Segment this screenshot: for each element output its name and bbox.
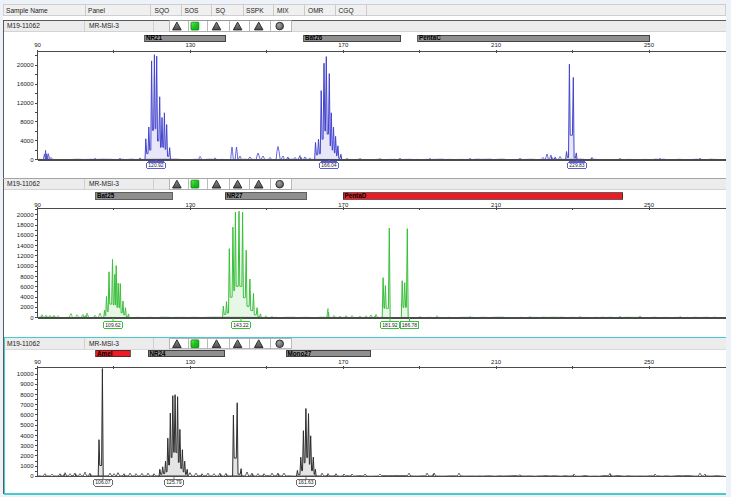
svg-text:M19-11062: M19-11062: [7, 22, 40, 29]
svg-text:Mono27: Mono27: [288, 350, 312, 357]
svg-text:Bat26: Bat26: [305, 34, 323, 41]
svg-text:181.92: 181.92: [382, 322, 398, 328]
svg-text:NR21: NR21: [146, 34, 163, 41]
svg-text:7000: 7000: [20, 402, 34, 408]
svg-text:2000: 2000: [20, 453, 34, 459]
svg-text:20000: 20000: [17, 62, 34, 68]
svg-text:250: 250: [644, 359, 655, 365]
svg-text:90: 90: [34, 42, 41, 48]
svg-text:8000: 8000: [20, 274, 34, 280]
svg-text:Amel: Amel: [97, 350, 113, 357]
svg-text:18000: 18000: [17, 222, 34, 228]
svg-text:MIX: MIX: [277, 7, 289, 14]
svg-text:NR27: NR27: [227, 192, 244, 199]
svg-text:109.62: 109.62: [105, 322, 121, 328]
svg-text:Sample Name: Sample Name: [6, 7, 48, 15]
svg-text:SQ: SQ: [216, 7, 226, 15]
svg-text:M19-11062: M19-11062: [7, 180, 40, 187]
svg-text:120.92: 120.92: [148, 162, 164, 168]
svg-text:6000: 6000: [20, 284, 34, 290]
svg-text:M19-11062: M19-11062: [7, 340, 40, 347]
svg-text:3000: 3000: [20, 443, 34, 449]
svg-text:130: 130: [185, 202, 196, 208]
svg-text:210: 210: [491, 359, 502, 365]
svg-text:SOS: SOS: [185, 7, 200, 14]
svg-text:8000: 8000: [20, 392, 34, 398]
svg-text:MR-MSI-3: MR-MSI-3: [89, 22, 119, 29]
svg-text:CGQ: CGQ: [339, 7, 354, 15]
svg-text:106.07: 106.07: [95, 479, 111, 485]
svg-text:10000: 10000: [17, 263, 34, 269]
svg-text:SSPK: SSPK: [246, 7, 264, 14]
svg-text:Panel: Panel: [88, 7, 105, 14]
svg-text:PentaC: PentaC: [419, 34, 441, 41]
svg-text:5000: 5000: [20, 422, 34, 428]
svg-text:12000: 12000: [17, 100, 34, 106]
svg-text:6000: 6000: [20, 412, 34, 418]
svg-text:PentaD: PentaD: [345, 192, 367, 199]
svg-text:10000: 10000: [17, 371, 34, 377]
svg-text:229.83: 229.83: [569, 162, 585, 168]
svg-text:210: 210: [491, 202, 502, 208]
svg-text:186.78: 186.78: [402, 322, 418, 328]
svg-text:MR-MSI-3: MR-MSI-3: [89, 180, 119, 187]
svg-text:166.04: 166.04: [321, 162, 337, 168]
svg-text:130: 130: [185, 359, 196, 365]
svg-text:Bat25: Bat25: [97, 192, 115, 199]
svg-text:2000: 2000: [20, 304, 34, 310]
svg-text:143.22: 143.22: [233, 322, 249, 328]
svg-text:8000: 8000: [20, 119, 34, 125]
svg-text:90: 90: [34, 359, 41, 365]
svg-text:4000: 4000: [20, 433, 34, 439]
svg-text:250: 250: [644, 42, 655, 48]
svg-text:SQO: SQO: [155, 7, 170, 15]
svg-text:170: 170: [338, 202, 349, 208]
svg-text:12000: 12000: [17, 253, 34, 259]
svg-text:16000: 16000: [17, 232, 34, 238]
svg-text:20000: 20000: [17, 212, 34, 218]
svg-text:4000: 4000: [20, 138, 34, 144]
svg-text:170: 170: [338, 359, 349, 365]
svg-text:MR-MSI-3: MR-MSI-3: [89, 340, 119, 347]
svg-text:16000: 16000: [17, 81, 34, 87]
svg-text:161.63: 161.63: [298, 479, 314, 485]
svg-text:250: 250: [644, 202, 655, 208]
svg-text:125.79: 125.79: [166, 479, 182, 485]
svg-text:130: 130: [185, 42, 196, 48]
svg-text:14000: 14000: [17, 243, 34, 249]
svg-text:OMR: OMR: [308, 7, 324, 14]
svg-text:NR24: NR24: [150, 350, 167, 357]
svg-text:1000: 1000: [20, 463, 34, 469]
svg-text:4000: 4000: [20, 294, 34, 300]
svg-text:9000: 9000: [20, 381, 34, 387]
svg-text:90: 90: [34, 202, 41, 208]
svg-text:170: 170: [338, 42, 349, 48]
svg-text:210: 210: [491, 42, 502, 48]
